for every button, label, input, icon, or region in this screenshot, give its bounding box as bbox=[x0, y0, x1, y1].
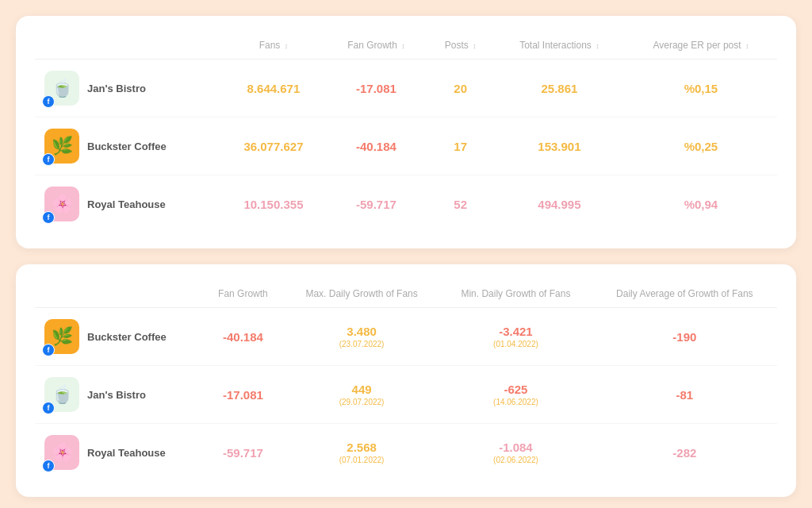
overview-table: Fans ↕ Fan Growth ↕ Posts ↕ Total Intera… bbox=[35, 32, 777, 233]
posts-value: 17 bbox=[427, 117, 494, 175]
table-row: 🍵 f Jan's Bistro -17.081 449(29.07.2022)… bbox=[35, 366, 777, 424]
facebook-badge: f bbox=[42, 95, 55, 108]
facebook-badge: f bbox=[42, 344, 55, 356]
fan-growth-value: -40.184 bbox=[326, 117, 427, 175]
col-brand bbox=[35, 32, 221, 60]
daily-avg-value: -190 bbox=[592, 308, 777, 366]
brand-cell: 🌸 f Royal Teahouse bbox=[35, 175, 221, 233]
fan-growth-value: -17.081 bbox=[202, 366, 284, 424]
fan-growth-value: -17.081 bbox=[326, 60, 427, 117]
er-value: %0,15 bbox=[625, 60, 777, 117]
brand-name: Jan's Bistro bbox=[87, 83, 146, 94]
fan-growth-value: -59.717 bbox=[326, 175, 427, 233]
facebook-badge: f bbox=[42, 211, 55, 224]
col-fans[interactable]: Fans ↕ bbox=[221, 32, 325, 60]
fans-value: 10.150.355 bbox=[221, 175, 325, 233]
interactions-value: 153.901 bbox=[494, 117, 625, 175]
table-row: 🍵 f Jan's Bistro 8.644.671 -17.081 20 25… bbox=[35, 60, 777, 117]
brand-name: Royal Teahouse bbox=[87, 447, 166, 459]
fans-value: 8.644.671 bbox=[221, 60, 325, 117]
col-fan-growth2[interactable]: Fan Growth bbox=[202, 280, 284, 308]
fan-growth-value: -40.184 bbox=[202, 308, 284, 366]
col-posts[interactable]: Posts ↕ bbox=[427, 32, 494, 60]
brand-cell: 🌸 f Royal Teahouse bbox=[35, 424, 202, 482]
er-value: %0,25 bbox=[625, 117, 777, 175]
brand-name: Royal Teahouse bbox=[87, 198, 166, 210]
min-growth-value: -625(14.06.2022) bbox=[439, 366, 592, 424]
min-growth-value: -1.084(02.06.2022) bbox=[439, 424, 592, 482]
interactions-value: 25.861 bbox=[494, 60, 625, 117]
brand-cell: 🍵 f Jan's Bistro bbox=[35, 60, 221, 117]
posts-value: 20 bbox=[427, 60, 494, 117]
table1-card: Fans ↕ Fan Growth ↕ Posts ↕ Total Intera… bbox=[16, 16, 796, 248]
col-fan-growth[interactable]: Fan Growth ↕ bbox=[326, 32, 427, 60]
facebook-badge: f bbox=[42, 460, 55, 472]
er-value: %0,94 bbox=[625, 175, 777, 233]
max-growth-value: 2.568(07.01.2022) bbox=[284, 424, 439, 482]
growth-table: Fan Growth Max. Daily Growth of Fans Min… bbox=[35, 280, 777, 481]
brand-cell: 🍵 f Jan's Bistro bbox=[35, 366, 202, 424]
brand-cell: 🌿 f Buckster Coffee bbox=[35, 308, 202, 366]
daily-avg-value: -282 bbox=[592, 424, 777, 482]
col-min-daily[interactable]: Min. Daily Growth of Fans bbox=[439, 280, 592, 308]
interactions-value: 494.995 bbox=[494, 175, 625, 233]
table2-card: Fan Growth Max. Daily Growth of Fans Min… bbox=[16, 264, 796, 497]
max-growth-value: 3.480(23.07.2022) bbox=[284, 308, 439, 366]
facebook-badge: f bbox=[42, 402, 55, 414]
facebook-badge: f bbox=[42, 153, 55, 166]
col-max-daily[interactable]: Max. Daily Growth of Fans bbox=[284, 280, 439, 308]
col-total-interactions[interactable]: Total Interactions ↕ bbox=[494, 32, 625, 60]
brand-name: Buckster Coffee bbox=[87, 140, 167, 152]
col-daily-avg[interactable]: Daily Average of Growth of Fans bbox=[592, 280, 777, 308]
max-growth-value: 449(29.07.2022) bbox=[284, 366, 439, 424]
table-row: 🌿 f Buckster Coffee -40.184 3.480(23.07.… bbox=[35, 308, 777, 366]
brand-cell: 🌿 f Buckster Coffee bbox=[35, 117, 221, 175]
posts-value: 52 bbox=[427, 175, 494, 233]
table-row: 🌸 f Royal Teahouse 10.150.355 -59.717 52… bbox=[35, 175, 777, 233]
brand-name: Jan's Bistro bbox=[87, 389, 146, 401]
min-growth-value: -3.421(01.04.2022) bbox=[439, 308, 592, 366]
daily-avg-value: -81 bbox=[592, 366, 777, 424]
fan-growth-value: -59.717 bbox=[202, 424, 284, 482]
fans-value: 36.077.627 bbox=[221, 117, 325, 175]
brand-name: Buckster Coffee bbox=[87, 331, 167, 343]
col-avg-er[interactable]: Average ER per post ↕ bbox=[625, 32, 777, 60]
table-row: 🌸 f Royal Teahouse -59.717 2.568(07.01.2… bbox=[35, 424, 777, 482]
table-row: 🌿 f Buckster Coffee 36.077.627 -40.184 1… bbox=[35, 117, 777, 175]
col-brand2 bbox=[35, 280, 202, 308]
